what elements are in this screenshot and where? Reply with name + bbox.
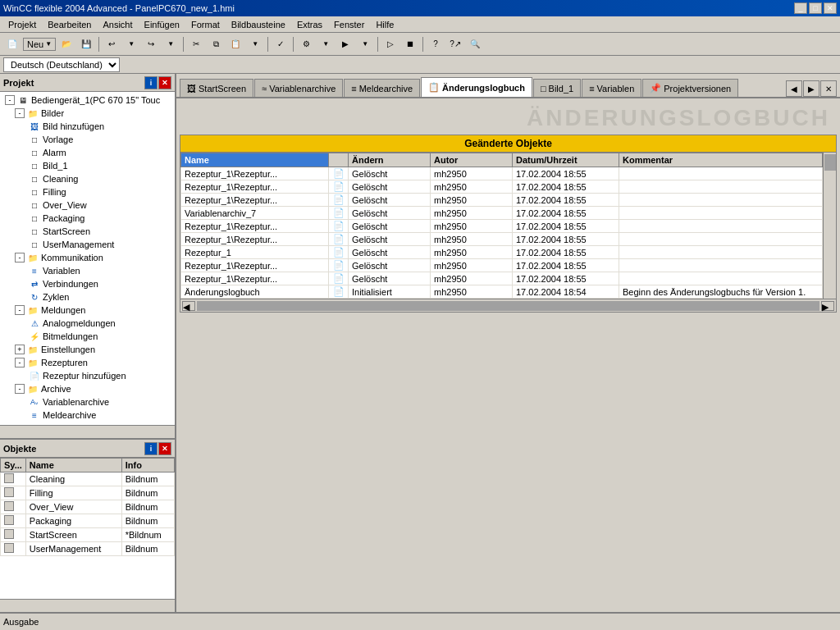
tab-variablen[interactable]: ≡ Variablen [582, 79, 641, 97]
tab-prev-button[interactable]: ◀ [786, 80, 802, 97]
tree-item-filling[interactable]: □ Filling [2, 185, 173, 199]
tree-item-analogmeld[interactable]: ⚠ Analogmeldungen [2, 317, 173, 330]
tree-item-rezept-add[interactable]: 📄 Rezeptur hinzufügen [2, 369, 173, 382]
tree-item-startscreen[interactable]: □ StartScreen [2, 225, 173, 238]
logbuch-row[interactable]: Änderungslogbuch 📄 Initialisiert mh2950 … [181, 285, 823, 299]
menu-ansicht[interactable]: Ansicht [98, 19, 137, 30]
tree-item-bild1[interactable]: □ Bild_1 [2, 159, 173, 172]
stop-button[interactable]: ⏹ [401, 35, 419, 53]
project-tree-scrollbar[interactable] [0, 425, 175, 438]
close-button[interactable]: ✕ [824, 2, 837, 14]
tree-item-verbindungen[interactable]: ⇄ Verbindungen [2, 277, 173, 290]
tab-close-button[interactable]: ✕ [820, 80, 837, 97]
tree-expand-meld[interactable]: - [15, 305, 25, 315]
tree-item-bilder[interactable]: - 📁 Bilder [2, 107, 173, 120]
objects-close-button[interactable]: ✕ [158, 442, 171, 455]
logbuch-table-scroll[interactable]: Name Ändern Autor Datum/Uhrzeit Kommenta… [180, 153, 823, 299]
scroll-right-btn[interactable]: ▶ [821, 301, 834, 311]
logbuch-row[interactable]: Rezeptur_1\Rezeptur... 📄 Gelöscht mh2950… [181, 272, 823, 285]
transfer-dropdown[interactable]: ▼ [356, 35, 374, 53]
tree-expand-komm[interactable]: - [15, 253, 25, 262]
tree-item-variablen[interactable]: ≡ Variablen [2, 264, 173, 277]
col-icon[interactable] [329, 153, 349, 167]
tab-meldearchive[interactable]: ≡ Meldearchive [344, 79, 420, 97]
menu-hilfe[interactable]: Hilfe [371, 19, 399, 30]
objects-row[interactable]: Over_View Bildnum [1, 500, 175, 514]
tree-item-meldearchive[interactable]: ≡ Meldearchive [2, 409, 173, 422]
tree-expand-archive[interactable]: - [15, 384, 25, 394]
logbuch-row[interactable]: Rezeptur_1\Rezeptur... 📄 Gelöscht mh2950… [181, 259, 823, 272]
tree-item-bitmeld[interactable]: ⚡ Bitmeldungen [2, 330, 173, 343]
tree-item-meldungen[interactable]: - 📁 Meldungen [2, 304, 173, 317]
obj-col-info[interactable]: Info [121, 459, 174, 472]
menu-fenster[interactable]: Fenster [329, 19, 369, 30]
undo-button[interactable]: ↩ [103, 35, 121, 53]
undo-dropdown[interactable]: ▼ [122, 35, 140, 53]
tree-item-einstellungen[interactable]: + 📁 Einstellungen [2, 343, 173, 356]
redo-button[interactable]: ↪ [142, 35, 160, 53]
logbuch-row[interactable]: Rezeptur_1\Rezeptur... 📄 Gelöscht mh2950… [181, 180, 823, 194]
maximize-button[interactable]: □ [809, 2, 822, 14]
scroll-track[interactable] [197, 301, 819, 311]
logbuch-row[interactable]: Rezeptur_1\Rezeptur... 📄 Gelöscht mh2950… [181, 194, 823, 207]
help-button[interactable]: ? [427, 35, 445, 53]
objects-info-button[interactable]: i [144, 442, 158, 455]
menu-format[interactable]: Format [186, 19, 225, 30]
tree-item-device[interactable]: - 🖥 Bediengerät_1(PC 670 15" Touc [2, 94, 173, 107]
tab-variablenarchive[interactable]: ≈ Variablenarchive [254, 79, 343, 97]
redo-dropdown[interactable]: ▼ [162, 35, 180, 53]
logbuch-row[interactable]: Rezeptur_1\Rezeptur... 📄 Gelöscht mh2950… [181, 233, 823, 246]
sim-button[interactable]: ▷ [381, 35, 399, 53]
cut-button[interactable]: ✂ [187, 35, 205, 53]
objects-scrollbar[interactable] [0, 599, 175, 612]
paste-button[interactable]: 📋 [226, 35, 244, 53]
objects-row[interactable]: Filling Bildnum [1, 486, 175, 500]
save-button[interactable]: 💾 [77, 35, 95, 53]
project-info-button[interactable]: i [144, 76, 158, 89]
minimize-button[interactable]: _ [794, 2, 807, 14]
new-button[interactable]: 📄 [3, 35, 21, 53]
tab-bild1[interactable]: □ Bild_1 [533, 79, 581, 97]
tab-projektversionen[interactable]: 📌 Projektversionen [642, 79, 738, 97]
logbuch-row[interactable]: Variablenarchiv_7 📄 Gelöscht mh2950 17.0… [181, 207, 823, 220]
col-aendern[interactable]: Ändern [349, 153, 431, 167]
tree-item-vorlage[interactable]: □ Vorlage [2, 133, 173, 146]
tree-item-alarm[interactable]: □ Alarm [2, 146, 173, 159]
scroll-left-btn[interactable]: ◀ [182, 301, 195, 311]
paste-dropdown[interactable]: ▼ [246, 35, 264, 53]
logbuch-scrollbar-h[interactable]: ◀ ▶ [180, 299, 836, 312]
tree-expand-rezept[interactable]: - [15, 358, 25, 368]
new-dropdown[interactable]: Neu ▼ [23, 38, 56, 51]
context-help[interactable]: ?↗ [446, 35, 464, 53]
tree-item-cleaning[interactable]: □ Cleaning [2, 172, 173, 185]
tree-item-packaging[interactable]: □ Packaging [2, 212, 173, 225]
obj-col-name[interactable]: Name [25, 459, 121, 472]
tree-item-usermgmt[interactable]: □ UserManagement [2, 238, 173, 251]
menu-extras[interactable]: Extras [292, 19, 327, 30]
tree-item-kommunikation[interactable]: - 📁 Kommunikation [2, 251, 173, 264]
col-autor[interactable]: Autor [431, 153, 513, 167]
logbuch-row[interactable]: Rezeptur_1\Rezeptur... 📄 Gelöscht mh2950… [181, 220, 823, 233]
logbuch-scrollbar-v[interactable] [823, 153, 836, 299]
project-close-button[interactable]: ✕ [158, 76, 171, 89]
col-name[interactable]: Name [181, 153, 329, 167]
tree-expand-bilder[interactable]: - [15, 108, 25, 118]
objects-row[interactable]: UserManagement Bildnum [1, 542, 175, 556]
tree-expand-einst[interactable]: + [15, 345, 25, 354]
obj-col-sy[interactable]: Sy... [1, 459, 26, 472]
menu-projekt[interactable]: Projekt [3, 19, 41, 30]
logbuch-row[interactable]: Rezeptur_1\Rezeptur... 📄 Gelöscht mh2950… [181, 167, 823, 180]
compile-dropdown[interactable]: ▼ [317, 35, 335, 53]
tree-item-archive[interactable]: - 📁 Archive [2, 382, 173, 395]
transfer-button[interactable]: ▶ [336, 35, 354, 53]
menu-bearbeiten[interactable]: Bearbeiten [43, 19, 96, 30]
tab-startscreen[interactable]: 🖼 StartScreen [180, 79, 253, 97]
copy-button[interactable]: ⧉ [207, 35, 225, 53]
col-datetime[interactable]: Datum/Uhrzeit [513, 153, 619, 167]
tree-item-zyklen[interactable]: ↻ Zyklen [2, 290, 173, 304]
objects-row[interactable]: Packaging Bildnum [1, 514, 175, 528]
menu-einfuegen[interactable]: Einfügen [139, 19, 185, 30]
objects-row[interactable]: Cleaning Bildnum [1, 472, 175, 486]
tree-item-variablenarchive[interactable]: Aᵥ Variablenarchive [2, 395, 173, 409]
language-select[interactable]: Deutsch (Deutschland) [3, 57, 120, 72]
